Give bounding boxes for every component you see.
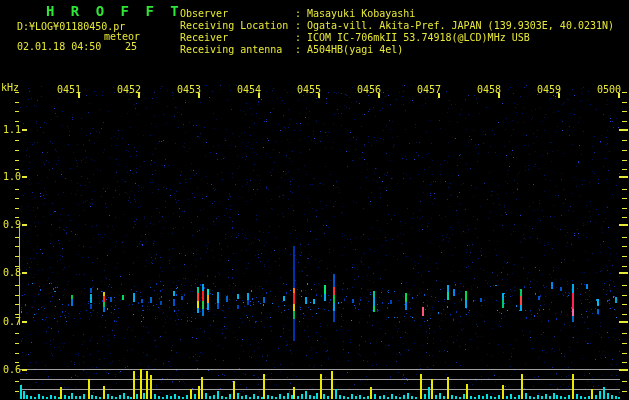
signal-level-bar xyxy=(136,394,138,399)
x-axis-time-label: 0452 xyxy=(117,84,141,95)
signal-level-bar xyxy=(580,396,582,399)
signal-level-bar xyxy=(205,393,207,399)
signal-level-bar xyxy=(533,397,535,399)
signal-level-bar xyxy=(588,396,590,399)
meteor-echo-segment xyxy=(207,295,209,303)
signal-level-bar xyxy=(140,369,142,399)
signal-level-bar xyxy=(541,396,543,399)
info-label: Receiving Location xyxy=(180,20,295,32)
signal-level-bar xyxy=(347,397,349,399)
signal-level-bar xyxy=(186,395,188,399)
y-axis-minor-tick-right xyxy=(622,246,627,247)
hrofft-screen: H R O F F T D:¥LOG¥01180450.pr meteor 02… xyxy=(0,0,629,400)
signal-level-bar xyxy=(60,387,62,399)
signal-level-bar xyxy=(305,391,307,399)
info-row-observer: Observer:Masayuki Kobayashi xyxy=(180,8,614,20)
signal-level-bar xyxy=(75,396,77,399)
signal-level-bar xyxy=(267,395,269,399)
y-axis-label: 1.1 xyxy=(0,124,21,135)
signal-level-bar xyxy=(190,389,192,399)
y-axis-minor-tick-right xyxy=(622,217,627,218)
y-axis-minor-tick-right xyxy=(622,198,627,199)
y-axis-label: 0.7 xyxy=(0,316,21,327)
meteor-echo-segment xyxy=(333,274,335,287)
signal-level-bar xyxy=(154,394,156,399)
signal-level-bar xyxy=(470,396,472,399)
meteor-echo-segment xyxy=(597,309,599,314)
y-axis-minor-tick-right xyxy=(622,169,627,170)
info-label: Receiving antenna xyxy=(180,44,295,56)
signal-level-bar xyxy=(331,371,333,399)
meteor-echo-segment xyxy=(586,284,588,289)
signal-level-bar xyxy=(316,393,318,399)
y-axis-minor-tick-right xyxy=(622,160,627,161)
signal-level-bar xyxy=(198,386,200,399)
signal-level-bar xyxy=(474,397,476,399)
y-axis-minor-tick xyxy=(15,295,19,296)
y-axis-minor-tick xyxy=(15,208,19,209)
meteor-echo-segment xyxy=(173,291,175,296)
signal-level-bar xyxy=(50,395,52,399)
signal-level-bar xyxy=(309,395,311,399)
meteor-echo-segment xyxy=(333,287,335,295)
signal-level-bar xyxy=(359,395,361,399)
signal-level-bar xyxy=(158,396,160,399)
y-axis-minor-tick-right xyxy=(622,295,627,296)
meteor-echo-segment xyxy=(237,305,239,309)
signal-level-bar xyxy=(221,396,223,399)
y-axis-major-tick-right xyxy=(619,321,628,323)
y-axis-minor-tick-right xyxy=(622,362,627,363)
y-axis-minor-tick xyxy=(15,140,19,141)
info-separator: : xyxy=(295,8,307,20)
meteor-echo-segment xyxy=(293,311,295,319)
level-plot-gridline xyxy=(20,369,620,370)
signal-level-bar xyxy=(30,396,32,399)
signal-level-bar xyxy=(297,396,299,399)
info-label: Observer xyxy=(180,8,295,20)
signal-level-bar xyxy=(170,396,172,399)
meteor-echo-segment xyxy=(373,297,375,306)
signal-level-bar xyxy=(119,395,121,399)
meteor-echo-segment xyxy=(90,294,92,303)
signal-level-bar xyxy=(237,393,239,399)
signal-level-bar xyxy=(518,395,520,399)
signal-level-bar xyxy=(150,375,152,399)
meteor-echo-segment xyxy=(207,303,209,310)
meteor-echo-segment xyxy=(465,300,467,308)
signal-level-bar xyxy=(293,387,295,399)
signal-level-bar xyxy=(599,391,601,399)
signal-level-bar xyxy=(374,394,376,399)
meteor-echo-segment xyxy=(333,303,335,311)
meteor-echo-segment xyxy=(283,296,285,301)
meteor-echo-segment xyxy=(202,301,204,309)
meteor-echo-segment xyxy=(293,319,295,341)
meteor-echo-segment xyxy=(71,299,73,306)
signal-level-bar xyxy=(95,396,97,399)
signal-level-bar xyxy=(549,396,551,399)
y-axis-minor-tick-right xyxy=(622,256,627,257)
meteor-echo-segment xyxy=(247,293,249,300)
y-axis-minor-tick xyxy=(15,333,19,334)
y-axis-label: 1.0 xyxy=(0,171,21,182)
signal-level-bar xyxy=(463,394,465,399)
meteor-echo-segment xyxy=(237,294,239,299)
signal-level-bar xyxy=(395,396,397,399)
meteor-echo-segment xyxy=(390,300,392,304)
signal-level-bar xyxy=(560,396,562,399)
meteor-echo-segment xyxy=(538,296,540,300)
y-axis-minor-tick-right xyxy=(622,353,627,354)
meteor-echo-segment xyxy=(202,309,204,316)
meteor-echo-segment xyxy=(90,304,92,309)
signal-level-bar xyxy=(107,394,109,399)
y-axis-minor-tick xyxy=(15,362,19,363)
meteor-echo-segment xyxy=(103,307,105,312)
x-axis-time-label: 0455 xyxy=(297,84,321,95)
y-axis-minor-tick xyxy=(15,391,19,392)
signal-level-bar xyxy=(182,397,184,399)
y-axis-minor-tick-right xyxy=(622,121,627,122)
y-axis-minor-tick-right xyxy=(622,208,627,209)
meteor-echo-segment xyxy=(520,296,522,305)
signal-level-bar xyxy=(379,396,381,399)
spectrogram-noise-canvas xyxy=(0,0,629,400)
y-axis-minor-tick-right xyxy=(622,381,627,382)
